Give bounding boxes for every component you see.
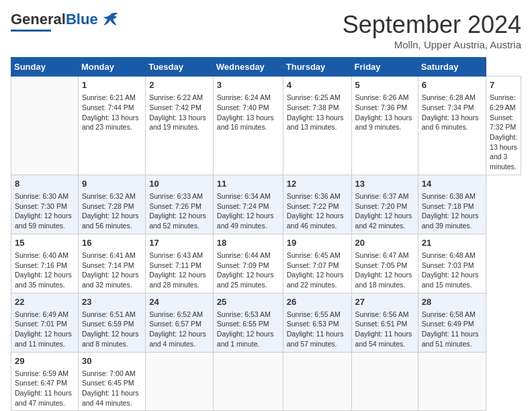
sunrise: Sunrise: 6:52 AM [149, 310, 203, 318]
daylight: Daylight: 13 hours and 16 minutes. [217, 113, 274, 132]
calendar-week-row: 1 Sunrise: 6:21 AM Sunset: 7:44 PM Dayli… [11, 77, 521, 175]
sunrise: Sunrise: 6:28 AM [422, 93, 476, 101]
day-info: Sunrise: 6:52 AM Sunset: 6:57 PM Dayligh… [149, 310, 210, 349]
sunset: Sunset: 7:11 PM [149, 261, 202, 269]
calendar-week-row: 22 Sunrise: 6:49 AM Sunset: 7:01 PM Dayl… [11, 293, 521, 352]
calendar-cell: 15 Sunrise: 6:40 AM Sunset: 7:16 PM Dayl… [11, 234, 79, 293]
sunrise: Sunrise: 6:26 AM [355, 93, 409, 101]
sunset: Sunset: 7:32 PM [490, 113, 516, 132]
day-number: 29 [15, 355, 75, 367]
weekday-header-friday: Friday [351, 58, 418, 77]
calendar-cell [351, 352, 418, 411]
day-info: Sunrise: 6:56 AM Sunset: 6:51 PM Dayligh… [355, 310, 414, 349]
logo: GeneralBlue [11, 11, 120, 32]
calendar-cell: 12 Sunrise: 6:36 AM Sunset: 7:22 PM Dayl… [283, 175, 351, 234]
calendar-cell: 24 Sunrise: 6:52 AM Sunset: 6:57 PM Dayl… [146, 293, 214, 352]
day-number: 20 [355, 237, 414, 249]
daylight: Daylight: 12 hours and 56 minutes. [82, 212, 139, 230]
daylight: Daylight: 11 hours and 54 minutes. [355, 330, 412, 348]
daylight: Daylight: 12 hours and 52 minutes. [149, 212, 206, 230]
bird-icon [101, 12, 120, 27]
sunset: Sunset: 6:55 PM [217, 320, 269, 328]
day-info: Sunrise: 6:43 AM Sunset: 7:11 PM Dayligh… [149, 250, 210, 290]
calendar-cell: 11 Sunrise: 6:34 AM Sunset: 7:24 PM Dayl… [213, 175, 283, 234]
daylight: Daylight: 11 hours and 44 minutes. [82, 389, 139, 407]
calendar-cell: 17 Sunrise: 6:43 AM Sunset: 7:11 PM Dayl… [146, 234, 214, 293]
sunrise: Sunrise: 6:49 AM [15, 310, 69, 318]
calendar-cell: 25 Sunrise: 6:53 AM Sunset: 6:55 PM Dayl… [213, 293, 283, 352]
sunset: Sunset: 6:47 PM [15, 379, 67, 387]
weekday-header-wednesday: Wednesday [213, 58, 283, 77]
logo-underline [11, 30, 51, 32]
day-number: 28 [422, 296, 482, 308]
day-info: Sunrise: 6:29 AM Sunset: 7:32 PM Dayligh… [490, 93, 517, 172]
weekday-header-sunday: Sunday [11, 58, 79, 77]
day-info: Sunrise: 6:24 AM Sunset: 7:40 PM Dayligh… [217, 93, 279, 132]
calendar-cell [146, 352, 214, 411]
sunrise: Sunrise: 6:36 AM [287, 192, 341, 200]
calendar-cell: 7 Sunrise: 6:29 AM Sunset: 7:32 PM Dayli… [486, 77, 521, 175]
sunset: Sunset: 7:24 PM [217, 202, 269, 210]
sunset: Sunset: 6:45 PM [82, 379, 134, 387]
weekday-header-thursday: Thursday [283, 58, 351, 77]
day-info: Sunrise: 6:28 AM Sunset: 7:34 PM Dayligh… [422, 93, 482, 132]
sunset: Sunset: 7:28 PM [82, 202, 134, 210]
daylight: Daylight: 12 hours and 18 minutes. [355, 271, 412, 289]
sunrise: Sunrise: 6:24 AM [217, 93, 271, 101]
sunrise: Sunrise: 6:41 AM [82, 251, 136, 259]
daylight: Daylight: 12 hours and 4 minutes. [149, 330, 206, 348]
daylight: Daylight: 13 hours and 19 minutes. [149, 113, 206, 132]
sunset: Sunset: 7:05 PM [355, 261, 408, 269]
daylight: Daylight: 12 hours and 1 minute. [217, 330, 274, 348]
calendar-cell: 23 Sunrise: 6:51 AM Sunset: 6:59 PM Dayl… [78, 293, 145, 352]
calendar-cell: 13 Sunrise: 6:37 AM Sunset: 7:20 PM Dayl… [351, 175, 418, 234]
day-number: 6 [422, 79, 482, 91]
calendar-cell: 8 Sunrise: 6:30 AM Sunset: 7:30 PM Dayli… [11, 175, 79, 234]
day-info: Sunrise: 6:25 AM Sunset: 7:38 PM Dayligh… [287, 93, 348, 132]
sunrise: Sunrise: 6:43 AM [149, 251, 203, 259]
day-info: Sunrise: 6:38 AM Sunset: 7:18 PM Dayligh… [422, 191, 482, 231]
sunset: Sunset: 7:01 PM [15, 320, 67, 328]
logo-general: General [11, 11, 66, 28]
calendar-cell: 14 Sunrise: 6:38 AM Sunset: 7:18 PM Dayl… [418, 175, 486, 234]
sunrise: Sunrise: 6:51 AM [82, 310, 136, 318]
calendar-cell: 4 Sunrise: 6:25 AM Sunset: 7:38 PM Dayli… [283, 77, 351, 175]
day-number: 10 [149, 178, 210, 190]
calendar-cell: 6 Sunrise: 6:28 AM Sunset: 7:34 PM Dayli… [418, 77, 486, 175]
daylight: Daylight: 13 hours and 3 minutes. [490, 133, 517, 171]
calendar-cell [11, 77, 79, 175]
day-number: 30 [82, 355, 142, 367]
daylight: Daylight: 12 hours and 22 minutes. [287, 271, 344, 289]
calendar-cell: 30 Sunrise: 7:00 AM Sunset: 6:45 PM Dayl… [78, 352, 145, 411]
day-info: Sunrise: 6:36 AM Sunset: 7:22 PM Dayligh… [287, 191, 348, 231]
page-header: GeneralBlue September 2024 Molln, Upper … [11, 11, 521, 50]
location: Molln, Upper Austria, Austria [343, 39, 521, 50]
day-info: Sunrise: 6:49 AM Sunset: 7:01 PM Dayligh… [15, 310, 75, 349]
day-info: Sunrise: 7:00 AM Sunset: 6:45 PM Dayligh… [82, 369, 142, 408]
sunset: Sunset: 6:59 PM [82, 320, 134, 328]
day-number: 25 [217, 296, 279, 308]
day-info: Sunrise: 6:53 AM Sunset: 6:55 PM Dayligh… [217, 310, 279, 349]
day-number: 18 [217, 237, 279, 249]
calendar-cell [213, 352, 283, 411]
day-number: 3 [217, 79, 279, 91]
sunrise: Sunrise: 6:37 AM [355, 192, 409, 200]
daylight: Daylight: 13 hours and 23 minutes. [82, 113, 139, 132]
sunrise: Sunrise: 6:34 AM [217, 192, 271, 200]
sunrise: Sunrise: 6:44 AM [217, 251, 271, 259]
logo-blue: Blue [66, 11, 98, 28]
sunset: Sunset: 7:18 PM [422, 202, 474, 210]
daylight: Daylight: 12 hours and 11 minutes. [15, 330, 72, 348]
weekday-header-monday: Monday [78, 58, 145, 77]
calendar-cell: 22 Sunrise: 6:49 AM Sunset: 7:01 PM Dayl… [11, 293, 79, 352]
sunrise: Sunrise: 6:47 AM [355, 251, 409, 259]
day-info: Sunrise: 6:26 AM Sunset: 7:36 PM Dayligh… [355, 93, 414, 132]
sunset: Sunset: 7:36 PM [355, 103, 408, 111]
day-info: Sunrise: 6:34 AM Sunset: 7:24 PM Dayligh… [217, 191, 279, 231]
daylight: Daylight: 11 hours and 47 minutes. [15, 389, 72, 407]
sunset: Sunset: 7:26 PM [149, 202, 202, 210]
sunset: Sunset: 7:07 PM [287, 261, 339, 269]
calendar-cell: 26 Sunrise: 6:55 AM Sunset: 6:53 PM Dayl… [283, 293, 351, 352]
day-number: 1 [82, 79, 142, 91]
day-number: 27 [355, 296, 414, 308]
